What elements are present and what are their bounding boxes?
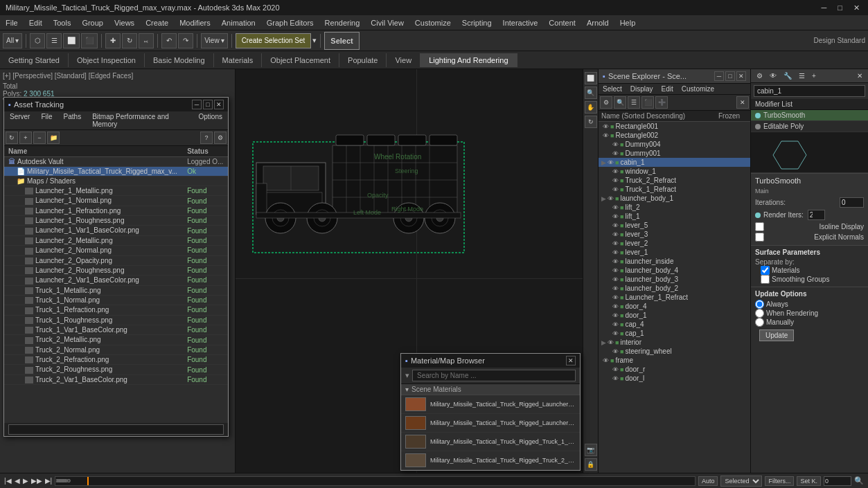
menu-item-content[interactable]: Content xyxy=(543,17,581,28)
tab-lighting-and-rendering[interactable]: Lighting And Rendering xyxy=(420,53,517,67)
material-item[interactable]: Military_Missile_Tactical_Truck_Rigged_T… xyxy=(401,451,580,470)
tree-expand-arrow[interactable]: ▶ xyxy=(601,339,606,346)
se-icon5[interactable]: ➕ xyxy=(655,96,668,109)
eye-icon[interactable]: 👁 xyxy=(612,294,619,301)
modifier-editable-poly-item[interactable]: Editable Poly xyxy=(751,121,868,132)
eye-icon[interactable]: 👁 xyxy=(612,150,619,157)
se-icon6[interactable]: ✕ xyxy=(736,96,749,109)
orbit-btn[interactable]: ↻ xyxy=(585,116,597,128)
scene-tree-item[interactable]: 👁 ■ lever_1 xyxy=(599,248,750,257)
se-icon4[interactable]: ⬛ xyxy=(641,96,654,109)
at-menu-options[interactable]: Options xyxy=(193,111,228,129)
at-add-btn[interactable]: + xyxy=(19,132,32,144)
menu-item-edit[interactable]: Edit xyxy=(24,17,48,28)
asset-row[interactable]: 📁Maps / Shaders xyxy=(4,177,228,186)
asset-row[interactable]: Launcher_1_Metallic.pngFound xyxy=(4,186,228,196)
eye-icon[interactable]: 👁 xyxy=(612,141,619,148)
asset-row[interactable]: Launcher_1_Var1_BaseColor.pngFound xyxy=(4,226,228,235)
asset-row[interactable]: Launcher_2_Roughness.pngFound xyxy=(4,265,228,275)
at-remove-btn[interactable]: − xyxy=(33,132,46,144)
close-button[interactable]: ✕ xyxy=(851,3,862,12)
eye-icon[interactable]: 👁 xyxy=(612,177,619,184)
scene-tree-item[interactable]: 👁 ■ window_1 xyxy=(599,167,750,176)
eye-icon[interactable]: 👁 xyxy=(608,195,614,202)
scene-tree-item[interactable]: 👁 ■ lift_1 xyxy=(599,212,750,221)
mb-close-btn[interactable]: ✕ xyxy=(566,356,576,365)
scene-tree-item[interactable]: 👁 ■ door_1 xyxy=(599,311,750,320)
scene-tree-item[interactable]: 👁 ■ lever_3 xyxy=(599,230,750,239)
se-tab-customize[interactable]: Customize xyxy=(677,84,718,94)
eye-icon[interactable]: 👁 xyxy=(612,375,619,382)
menu-item-civil view[interactable]: Civil View xyxy=(365,17,409,28)
asset-row[interactable]: Launcher_2_Var1_BaseColor.pngFound xyxy=(4,275,228,285)
tab-materials[interactable]: Materials xyxy=(214,53,263,67)
menu-item-views[interactable]: Views xyxy=(109,17,140,28)
asset-row[interactable]: Truck_2_Metallic.pngFound xyxy=(4,335,228,345)
menu-item-modifiers[interactable]: Modifiers xyxy=(174,17,216,28)
tab-object-inspection[interactable]: Object Inspection xyxy=(69,53,145,67)
eye-icon[interactable]: 👁 xyxy=(612,213,619,220)
render-iters-input[interactable] xyxy=(808,210,825,220)
redo-btn[interactable]: ↷ xyxy=(178,33,193,48)
eye-icon[interactable]: 👁 xyxy=(612,240,619,247)
asset-row[interactable]: 🏛Autodesk VaultLogged O... xyxy=(4,157,228,167)
prev-frame-btn[interactable]: ◀ xyxy=(15,477,20,485)
scene-tree-item[interactable]: 👁 ■ door_l xyxy=(599,374,750,383)
scene-tree-item[interactable]: 👁 ■ lever_5 xyxy=(599,221,750,230)
props-icon2[interactable]: 👁 xyxy=(767,71,779,81)
menu-item-group[interactable]: Group xyxy=(76,17,109,28)
zoom-extents-btn[interactable]: ⬜ xyxy=(585,72,597,84)
menu-item-interactive[interactable]: Interactive xyxy=(497,17,544,28)
menu-item-tools[interactable]: Tools xyxy=(48,17,77,28)
update-btn[interactable]: Update xyxy=(759,329,794,341)
scene-tree-item[interactable]: 👁 ■ launcher_body_2 xyxy=(599,284,750,293)
eye-icon[interactable]: 👁 xyxy=(612,366,619,373)
explicit-normals-checkbox[interactable] xyxy=(755,233,764,242)
select-by-name-btn[interactable]: ☰ xyxy=(46,33,62,48)
material-item[interactable]: Military_Missile_Tactical_Truck_Rigged_L… xyxy=(401,395,580,414)
scene-tree-item[interactable]: 👁 ■ door_r xyxy=(599,365,750,374)
select-filter-dropdown[interactable]: All ▾ xyxy=(3,33,22,48)
at-restore-btn[interactable]: □ xyxy=(203,100,213,109)
scene-tree-item[interactable]: ▶ 👁 ■ launcher_body_1 xyxy=(599,194,750,203)
se-icon1[interactable]: ⚙ xyxy=(600,96,612,109)
se-close-btn[interactable]: ✕ xyxy=(736,71,746,81)
scale-btn[interactable]: ⟖ xyxy=(139,33,154,48)
scene-tree-item[interactable]: 👁 ■ cap_4 xyxy=(599,320,750,329)
lock-btn[interactable]: 🔒 xyxy=(585,458,597,471)
maximize-button[interactable]: □ xyxy=(835,3,845,12)
se-icon3[interactable]: ☰ xyxy=(628,96,640,109)
play-btn[interactable]: ▶ xyxy=(23,477,28,485)
scene-tree-item[interactable]: 👁 ■ Dummy001 xyxy=(599,149,750,158)
at-help-btn[interactable]: ? xyxy=(200,132,213,144)
asset-row[interactable]: Launcher_1_Roughness.pngFound xyxy=(4,216,228,226)
menu-item-create[interactable]: Create xyxy=(140,17,174,28)
materials-checkbox[interactable] xyxy=(761,266,770,275)
scene-tree-item[interactable]: 👁 ■ launcher_inside xyxy=(599,257,750,266)
pan-btn[interactable]: ✋ xyxy=(585,101,597,114)
asset-row[interactable]: Launcher_1_Normal.pngFound xyxy=(4,196,228,206)
iterations-input[interactable] xyxy=(840,197,864,208)
asset-row[interactable]: Truck_1_Metallic.pngFound xyxy=(4,285,228,295)
window-crossing-btn[interactable]: ⬛ xyxy=(81,33,98,48)
frame-select[interactable]: Selected xyxy=(720,476,762,487)
eye-icon[interactable]: 👁 xyxy=(612,249,619,256)
zoom-btn[interactable]: 🔍 xyxy=(585,87,597,99)
manually-radio[interactable] xyxy=(755,318,764,327)
select-mode-btn[interactable]: Select xyxy=(324,32,359,50)
eye-icon[interactable]: 👁 xyxy=(612,285,619,292)
tab-getting-started[interactable]: Getting Started xyxy=(0,53,69,67)
asset-row[interactable]: Launcher_2_Normal.pngFound xyxy=(4,246,228,255)
modifier-turbosmooth[interactable]: TurboSmooth xyxy=(751,110,868,121)
camera-btn[interactable]: 📷 xyxy=(585,444,597,456)
select-object-btn[interactable]: ⬡ xyxy=(30,33,45,48)
asset-row[interactable]: Truck_2_Roughness.pngFound xyxy=(4,365,228,374)
scene-tree-item[interactable]: 👁 ■ Rectangle002 xyxy=(599,131,750,140)
se-icon2[interactable]: 🔍 xyxy=(614,96,626,109)
scene-materials-header[interactable]: ▾ Scene Materials xyxy=(401,384,580,395)
props-icon6[interactable]: ✕ xyxy=(854,71,865,81)
always-radio[interactable] xyxy=(755,300,764,309)
eye-icon[interactable]: 👁 xyxy=(612,321,619,328)
menu-item-rendering[interactable]: Rendering xyxy=(319,17,366,28)
se-tab-display[interactable]: Display xyxy=(626,84,657,94)
